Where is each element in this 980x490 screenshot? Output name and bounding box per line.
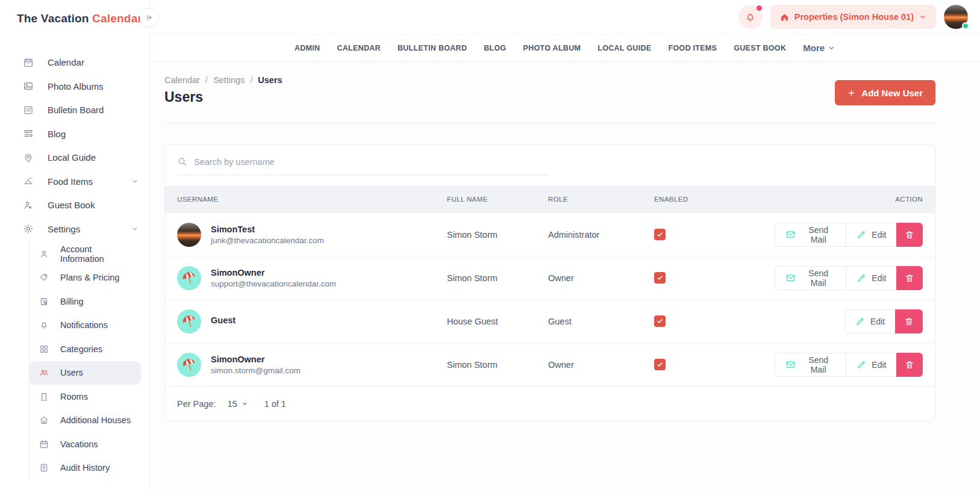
- plus-icon: [847, 89, 855, 97]
- sidebar-item-vacations[interactable]: Vacations: [30, 432, 141, 456]
- delete-button[interactable]: [896, 353, 923, 377]
- role-text: Administrator: [548, 230, 654, 240]
- enabled-checkbox[interactable]: [654, 315, 666, 327]
- user-avatar[interactable]: [944, 5, 968, 29]
- edit-button[interactable]: Edit: [844, 309, 896, 333]
- enabled-checkbox[interactable]: [654, 359, 666, 370]
- enabled-checkbox[interactable]: [654, 272, 666, 284]
- check-icon: [657, 361, 663, 368]
- send-mail-button[interactable]: Send Mail: [775, 353, 846, 377]
- sidebar-item-label: Notifications: [60, 320, 108, 330]
- photo-icon: [23, 81, 34, 91]
- nav-item-more[interactable]: More: [803, 43, 835, 53]
- per-page-select[interactable]: 15: [228, 399, 248, 409]
- nav-item-guest-book[interactable]: GUEST BOOK: [734, 44, 786, 52]
- full-name-text: Simon Storm: [447, 273, 548, 283]
- sidebar-item-bulletin-board[interactable]: Bulletin Board: [0, 98, 149, 122]
- notifications-button[interactable]: [738, 5, 763, 29]
- breadcrumb-calendar[interactable]: Calendar: [164, 75, 200, 85]
- edit-label: Edit: [872, 360, 886, 370]
- delete-button[interactable]: [896, 223, 923, 247]
- check-icon: [657, 231, 663, 238]
- nav-item-food-items[interactable]: FOOD ITEMS: [668, 44, 717, 52]
- sidebar-item-label: Plans & Pricing: [60, 273, 119, 282]
- edit-button[interactable]: Edit: [846, 266, 897, 290]
- email-text: junk@thevacationcalendar.com: [211, 236, 324, 245]
- role-text: Guest: [548, 317, 654, 326]
- invoice-icon: [39, 297, 49, 306]
- guest-icon: [23, 200, 34, 211]
- send-mail-button[interactable]: Send Mail: [775, 266, 846, 290]
- bell-icon: [39, 320, 49, 330]
- pencil-icon: [857, 273, 866, 283]
- search-input[interactable]: [194, 157, 549, 167]
- nav-item-blog[interactable]: BLOG: [484, 44, 506, 52]
- send-mail-label: Send Mail: [801, 225, 835, 244]
- sidebar: The Vacation Calendar Calendar Photo Alb…: [0, 0, 150, 490]
- sidebar-item-additional-houses[interactable]: Additional Houses: [30, 409, 141, 433]
- sidebar-item-label: Audit History: [60, 463, 110, 473]
- beach-umbrella-avatar: [177, 309, 201, 333]
- chevron-down-icon: [828, 44, 835, 52]
- users-table-card: USERNAME FULL NAME ROLE ENABLED ACTION S…: [164, 144, 935, 421]
- sidebar-item-calendar[interactable]: Calendar: [0, 51, 149, 75]
- delete-button[interactable]: [895, 309, 923, 333]
- nav-item-bulletin-board[interactable]: BULLETIN BOARD: [398, 44, 467, 52]
- chevron-down-icon: [242, 400, 248, 407]
- users-icon: [39, 368, 49, 377]
- collapse-sidebar-button[interactable]: [140, 8, 159, 27]
- app-window: The Vacation Calendar Calendar Photo Alb…: [0, 0, 980, 490]
- sidebar-item-users[interactable]: Users: [30, 361, 141, 385]
- avatar: [177, 223, 201, 247]
- sidebar-item-food-items[interactable]: Food Items: [0, 170, 149, 194]
- sidebar-item-label: Rooms: [60, 392, 88, 402]
- sidebar-nav: Calendar Photo Albums Bulletin Board Blo…: [0, 51, 149, 480]
- page-content: Calendar / Settings / Users Users Add Ne…: [150, 62, 980, 490]
- properties-label: Properties (Simon House 01): [794, 12, 914, 22]
- top-nav: ADMIN CALENDAR BULLETIN BOARD BLOG PHOTO…: [150, 34, 980, 62]
- sidebar-item-rooms[interactable]: Rooms: [30, 385, 141, 409]
- brand-name-accent: Calendar: [92, 12, 142, 25]
- edit-button[interactable]: Edit: [846, 353, 897, 377]
- sidebar-item-label: Categories: [60, 344, 102, 354]
- properties-selector-button[interactable]: Properties (Simon House 01): [770, 5, 936, 29]
- breadcrumb-settings[interactable]: Settings: [213, 75, 245, 85]
- delete-button[interactable]: [896, 266, 923, 290]
- beach-umbrella-avatar: [177, 353, 201, 377]
- notification-badge: [757, 5, 762, 11]
- edit-button[interactable]: Edit: [846, 223, 897, 247]
- sidebar-item-guest-book[interactable]: Guest Book: [0, 193, 149, 217]
- sidebar-item-local-guide[interactable]: Local Guide: [0, 146, 149, 170]
- edit-label: Edit: [872, 273, 886, 283]
- add-new-user-button[interactable]: Add New User: [835, 80, 935, 105]
- sidebar-item-audit-history[interactable]: Audit History: [30, 456, 141, 480]
- sidebar-item-label: Additional Houses: [60, 415, 131, 425]
- email-text: support@thevacationcalendar.com: [211, 279, 336, 288]
- chevron-down-icon: [131, 178, 139, 185]
- door-icon: [39, 392, 49, 402]
- page-title: Users: [164, 89, 282, 105]
- sidebar-item-plans-pricing[interactable]: Plans & Pricing: [30, 266, 141, 290]
- nav-item-local-guide[interactable]: LOCAL GUIDE: [598, 44, 651, 52]
- pencil-icon: [855, 317, 865, 326]
- section-divider: [164, 123, 935, 123]
- enabled-checkbox[interactable]: [654, 229, 666, 240]
- sidebar-item-notifications[interactable]: Notifications: [30, 314, 141, 338]
- sidebar-item-categories[interactable]: Categories: [30, 337, 141, 361]
- nav-item-admin[interactable]: ADMIN: [295, 44, 320, 52]
- sidebar-item-billing[interactable]: Billing: [30, 290, 141, 314]
- sidebar-item-account-information[interactable]: Account Information: [30, 242, 141, 266]
- main-panel: Properties (Simon House 01) ADMIN CALEND…: [150, 0, 980, 490]
- nav-item-calendar[interactable]: CALENDAR: [337, 44, 381, 52]
- gear-icon: [23, 223, 34, 234]
- email-text: simon.storm@gmail.com: [211, 366, 301, 375]
- sidebar-item-label: Food Items: [48, 176, 93, 187]
- send-mail-button[interactable]: Send Mail: [775, 223, 846, 247]
- search-icon: [177, 157, 187, 167]
- sidebar-item-photo-albums[interactable]: Photo Albums: [0, 75, 149, 99]
- sidebar-item-blog[interactable]: Blog: [0, 122, 149, 146]
- sidebar-item-label: Settings: [48, 224, 80, 234]
- nav-item-photo-album[interactable]: PHOTO ALBUM: [523, 44, 581, 52]
- sidebar-item-label: Photo Albums: [48, 81, 104, 91]
- sidebar-item-settings[interactable]: Settings: [0, 217, 149, 241]
